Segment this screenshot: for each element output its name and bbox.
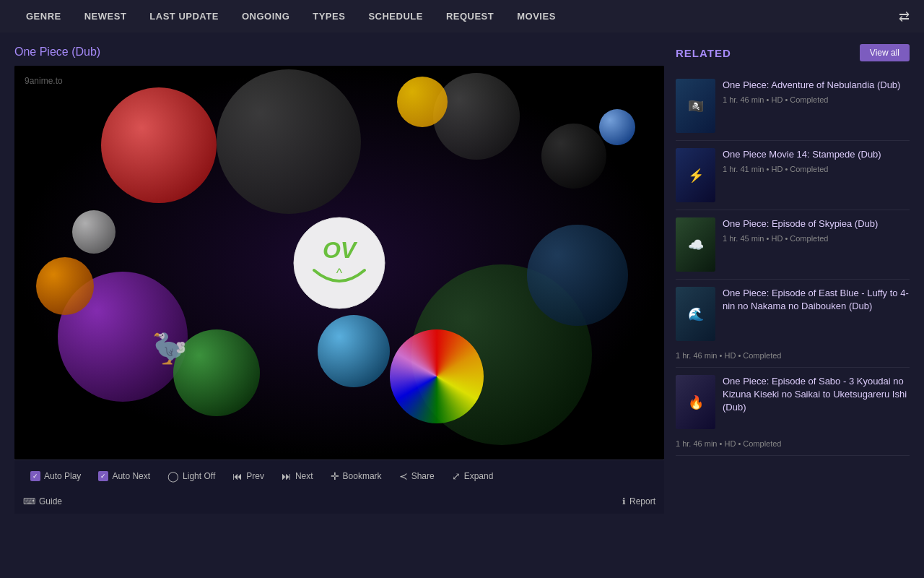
share-icon: ≺ — [399, 470, 408, 482]
expand-button[interactable]: ⤢ Expand — [445, 467, 501, 485]
nav-item-last-update[interactable]: LAST UPDATE — [138, 0, 230, 33]
prev-label: Prev — [246, 471, 264, 481]
related-name: One Piece: Episode of Skypiea (Dub) — [723, 217, 910, 230]
bookmark-button[interactable]: ✛ Bookmark — [323, 467, 389, 485]
nav-item-ongoing[interactable]: ONGOING — [230, 0, 301, 33]
svg-point-0 — [294, 217, 385, 309]
report-button[interactable]: ℹ Report — [622, 496, 655, 506]
related-title: RELATED — [676, 47, 731, 59]
related-info: One Piece: Episode of Sabo - 3 Kyoudai n… — [723, 375, 910, 429]
related-thumb: ☁️ — [676, 217, 715, 272]
video-player[interactable]: 9anime.to — [14, 66, 664, 460]
thumb-image: ⚡ — [676, 148, 715, 202]
view-all-button[interactable]: View all — [860, 44, 910, 61]
list-item[interactable]: ☁️ One Piece: Episode of Skypiea (Dub) 1… — [676, 210, 910, 280]
related-name: One Piece: Adventure of Nebulandia (Dub) — [723, 79, 910, 92]
navigation: GENRE NEWEST LAST UPDATE ONGOING TYPES S… — [0, 0, 924, 33]
related-thumb: 🔥 — [676, 375, 715, 429]
list-item[interactable]: 🔥 One Piece: Episode of Sabo - 3 Kyoudai… — [676, 368, 910, 456]
nav-item-request[interactable]: REQUEST — [435, 0, 505, 33]
share-label: Share — [411, 471, 435, 481]
left-panel: One Piece (Dub) 9anime.to — [14, 40, 664, 514]
related-thumb: 🌊 — [676, 287, 715, 341]
related-header: RELATED View all — [676, 40, 910, 61]
report-label: Report — [629, 496, 655, 506]
thumb-image: ☁️ — [676, 217, 715, 272]
nav-item-schedule[interactable]: SCHEDULE — [357, 0, 435, 33]
player-logo: OV ^ — [292, 216, 386, 310]
player-controls: ✓ Auto Play ✓ Auto Next ◯ Light Off ⏮ Pr… — [14, 460, 664, 492]
related-thumb: ⚡ — [676, 148, 715, 202]
next-button[interactable]: ⏭ Next — [274, 467, 321, 485]
thumb-image: 🏴‍☠️ — [676, 79, 715, 133]
related-info: One Piece: Adventure of Nebulandia (Dub)… — [723, 79, 910, 133]
related-meta: 1 hr. 46 min • HD • Completed — [676, 436, 910, 448]
right-panel: RELATED View all 🏴‍☠️ One Piece: Adventu… — [676, 40, 910, 514]
nav-item-movies[interactable]: MOVIES — [505, 0, 567, 33]
nav-item-newest[interactable]: NEWEST — [73, 0, 139, 33]
related-info: One Piece: Episode of Skypiea (Dub) 1 hr… — [723, 217, 910, 272]
auto-next-label: Auto Next — [112, 471, 150, 481]
auto-next-checkbox[interactable]: ✓ — [98, 471, 108, 481]
prev-icon: ⏮ — [232, 470, 243, 482]
related-meta: 1 hr. 46 min • HD • Completed — [676, 348, 910, 360]
guide-label: Guide — [39, 496, 62, 506]
related-meta: 1 hr. 45 min • HD • Completed — [723, 234, 910, 243]
list-item[interactable]: 🌊 One Piece: Episode of East Blue - Luff… — [676, 280, 910, 368]
light-off-label: Light Off — [183, 471, 215, 481]
main-container: One Piece (Dub) 9anime.to — [0, 33, 924, 521]
related-meta: 1 hr. 46 min • HD • Completed — [723, 95, 910, 104]
auto-next-button[interactable]: ✓ Auto Next — [91, 468, 157, 484]
thumb-image: 🌊 — [676, 287, 715, 341]
related-thumb: 🏴‍☠️ — [676, 79, 715, 133]
thumb-image: 🔥 — [676, 375, 715, 429]
guide-icon: ⌨ — [23, 496, 35, 506]
svg-text:^: ^ — [336, 266, 343, 280]
related-list: 🏴‍☠️ One Piece: Adventure of Nebulandia … — [676, 72, 910, 456]
bookmark-label: Bookmark — [343, 471, 382, 481]
report-icon: ℹ — [622, 496, 626, 506]
svg-text:OV: OV — [323, 237, 358, 263]
video-placeholder: 9anime.to — [14, 66, 664, 460]
share-button[interactable]: ≺ Share — [392, 467, 442, 485]
page-title: One Piece (Dub) — [14, 40, 664, 66]
nav-item-types[interactable]: TYPES — [301, 0, 357, 33]
next-label: Next — [295, 471, 313, 481]
auto-play-label: Auto Play — [44, 471, 81, 481]
related-info: One Piece: Episode of East Blue - Luffy … — [723, 287, 910, 341]
shuffle-icon[interactable]: ⇄ — [899, 9, 910, 25]
list-item[interactable]: ⚡ One Piece Movie 14: Stampede (Dub) 1 h… — [676, 141, 910, 210]
player-controls-bottom: ⌨ Guide ℹ Report — [14, 492, 664, 514]
nav-item-genre[interactable]: GENRE — [14, 0, 73, 33]
related-name: One Piece: Episode of East Blue - Luffy … — [723, 287, 910, 313]
light-icon: ◯ — [167, 470, 179, 482]
bookmark-icon: ✛ — [331, 470, 339, 482]
prev-button[interactable]: ⏮ Prev — [225, 467, 271, 485]
related-name: One Piece: Episode of Sabo - 3 Kyoudai n… — [723, 375, 910, 415]
related-name: One Piece Movie 14: Stampede (Dub) — [723, 148, 910, 161]
list-item[interactable]: 🏴‍☠️ One Piece: Adventure of Nebulandia … — [676, 72, 910, 141]
next-icon: ⏭ — [282, 470, 292, 482]
expand-label: Expand — [464, 471, 494, 481]
auto-play-button[interactable]: ✓ Auto Play — [23, 468, 88, 484]
auto-play-checkbox[interactable]: ✓ — [30, 471, 40, 481]
related-meta: 1 hr. 41 min • HD • Completed — [723, 165, 910, 173]
related-info: One Piece Movie 14: Stampede (Dub) 1 hr.… — [723, 148, 910, 202]
guide-button[interactable]: ⌨ Guide — [23, 496, 62, 506]
light-off-button[interactable]: ◯ Light Off — [160, 467, 222, 485]
expand-icon: ⤢ — [452, 470, 461, 482]
